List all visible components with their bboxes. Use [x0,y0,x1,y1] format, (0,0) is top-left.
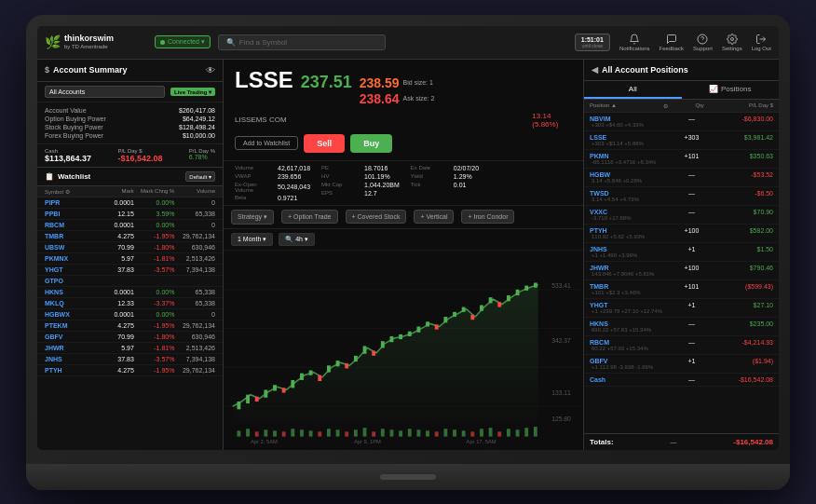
settings-label: Settings [722,46,742,51]
wl-symbol: PIPR [45,199,93,206]
list-item[interactable]: HGBWX 0.0001 0.00% 0 [37,309,223,320]
feedback-nav[interactable]: Feedback [660,34,684,51]
table-row[interactable]: NBVIM — -$6,830.00 +303 +$4.60 +4.33% [584,113,779,131]
quote-label: Volume [235,165,272,170]
buy-button[interactable]: Buy [350,134,392,153]
chart-period[interactable]: 1 Month ▾ [231,233,273,246]
tab-positions[interactable]: 📈 Positions [682,81,780,99]
app-name: thinkorswim [64,34,114,44]
table-row[interactable]: Cash — -$16,542.08 [584,374,779,387]
pos-qty: — [672,171,713,178]
table-row[interactable]: PKMN +101 $350.63 -65.1116 +3.4716 +8.34… [584,150,779,169]
option-trade-button[interactable]: + Option Trade [281,210,338,224]
pos-header-position: Position ▲ [590,102,663,109]
list-item[interactable]: PIPR 0.0001 0.00% 0 [37,198,223,209]
svg-rect-29 [372,350,375,355]
iron-condor-button[interactable]: + Iron Condor [461,210,514,224]
vertical-button[interactable]: + Vertical [414,210,454,224]
notifications-nav[interactable]: Notifications [619,34,650,51]
list-item[interactable]: UBSW 70.99 -1.80% 630,946 [37,242,223,253]
wl-volume: 65,338 [174,211,215,217]
add-watchlist-button[interactable]: Add to Watchlist [235,136,298,150]
tab-all[interactable]: All [584,81,682,99]
svg-text:125.80: 125.80 [551,415,571,421]
svg-rect-65 [390,429,394,436]
pos-symbol: JHWR [590,265,672,271]
quote-value: 1,044.20BM [364,182,400,188]
list-item[interactable]: JNHS 37.83 -3.57% 7,394,138 [37,354,223,365]
search-bar[interactable]: 🔍 Find a Symbol [218,34,386,50]
svg-rect-36 [435,324,439,329]
table-row[interactable]: YHGT +1 $27.10 +1 +239.79 +27.10 +12.74% [584,299,779,318]
quote-item: Ex-Open Volume50,248,043 [235,182,310,193]
table-row[interactable]: LSSE +303 $3,981.42 +303 +$3.14 +5.86% [584,131,779,150]
wl-change: -1.80% [134,244,175,251]
strategy-button[interactable]: Strategy ▾ [231,210,274,225]
wl-mark: 12.15 [93,211,134,217]
list-item[interactable]: JHWR 5.97 -1.81% 2,513,426 [37,343,223,354]
wl-volume: 0 [174,311,215,318]
quote-item: Volume42,617,018 [235,165,310,171]
table-row[interactable]: TMBR +101 ($599.43) +101 +$2.3 +3.46% [584,280,779,299]
account-select[interactable]: All Accounts [45,86,165,98]
time-display: 1:51:01 [581,36,604,43]
list-item[interactable]: MKLQ 12.33 -3.37% 65,338 [37,298,223,309]
wl-volume: 29,762,134 [174,233,215,239]
connected-badge[interactable]: Connected ▾ [155,35,211,48]
table-row[interactable]: GBFV +1 ($1.94) +1 112.98 -3.938 -1.66% [584,355,779,374]
top-nav: 🌿 thinkorswim by TD Ameritrade Connected… [37,26,779,60]
svg-rect-43 [497,302,501,306]
wl-mark: 0.0001 [93,222,134,228]
logout-nav[interactable]: Log Out [752,34,771,51]
list-item[interactable]: RBCM 0.0001 0.00% 0 [37,220,223,231]
positions-icon: ◀ [592,65,598,75]
table-row[interactable]: JNHS +1 $1.50 +1 +1.490 +3.99% [584,243,779,262]
chart-svg: 533.41 342.37 133.11 125.80 [224,251,583,445]
covered-stock-button[interactable]: + Covered Stock [346,210,407,224]
svg-text:Apr 2, 5AM: Apr 2, 5AM [251,438,278,443]
totals-pnl: -$16,542.08 [733,438,773,446]
wl-symbol: JNHS [45,356,93,362]
eye-icon[interactable]: 👁 [206,65,215,75]
wl-mark: 0.0001 [93,289,134,295]
chart-zoom[interactable]: 🔍 4h ▾ [279,233,315,246]
pos-pnl: $790.46 [712,265,773,271]
svg-rect-72 [453,429,456,436]
live-badge[interactable]: Live Trading ▾ [170,88,215,96]
list-item[interactable]: GBFV 70.99 -1.80% 630,946 [37,332,223,343]
svg-rect-71 [443,429,447,436]
support-nav[interactable]: Support [693,34,713,51]
svg-rect-23 [318,375,321,380]
support-label: Support [693,46,713,51]
settings-nav[interactable]: Settings [722,34,742,51]
table-row[interactable]: JHWR +100 $790.46 143.046 +7.9046 +5.81% [584,262,779,280]
list-item[interactable]: PTEKM 4.275 -1.95% 29,762,134 [37,320,223,332]
list-item[interactable]: PKMNX 5.97 -1.81% 2,513,426 [37,253,223,265]
list-item[interactable]: YHGT 37.83 -3.57% 7,394,138 [37,265,223,276]
pos-sub: +303 +$3.14 +5.86% [590,141,773,146]
table-row[interactable]: RBCM — -$4,214.93 60.22 +57.93 +15.34% [584,336,779,355]
list-item[interactable]: PPBI 12.15 3.59% 65,338 [37,209,223,220]
svg-rect-54 [291,429,294,436]
pos-sub: 3.14 +4.54 +4.73% [590,197,773,202]
table-row[interactable]: VXXC — $70.90 -3.710 +17.68% [584,206,779,225]
wl-symbol: GBFV [45,334,93,340]
pos-qty: +100 [672,265,713,271]
list-item[interactable]: TMBR 4.275 -1.95% 29,762,134 [37,231,223,242]
list-item[interactable]: PTYH 4.275 -1.95% 29,762,134 [37,365,223,376]
svg-rect-80 [524,428,528,436]
svg-rect-59 [336,429,340,436]
table-row[interactable]: HKNS — $235.00 690.22 +57.93 +15.34% [584,318,779,336]
table-row[interactable]: TWSD — -$6.50 3.14 +4.54 +4.73% [584,187,779,206]
svg-rect-64 [381,429,385,436]
pos-header-settings[interactable]: ⚙ [663,102,682,109]
list-item[interactable]: HKNS 0.0001 0.00% 65,338 [37,287,223,298]
svg-text:Apr 17, 5AM: Apr 17, 5AM [467,438,496,443]
table-row[interactable]: HGBW — -$53.52 3.14 +5.846 +0.28% [584,169,779,187]
pos-row-main: YHGT +1 $27.10 [590,302,773,308]
svg-rect-63 [372,431,375,436]
list-item[interactable]: GTPO [37,276,223,287]
table-row[interactable]: PTYH +100 $582.00 110.92 +5.82 +5.93% [584,225,779,243]
sell-button[interactable]: Sell [304,134,345,153]
watchlist-select[interactable]: Default ▾ [185,171,215,182]
